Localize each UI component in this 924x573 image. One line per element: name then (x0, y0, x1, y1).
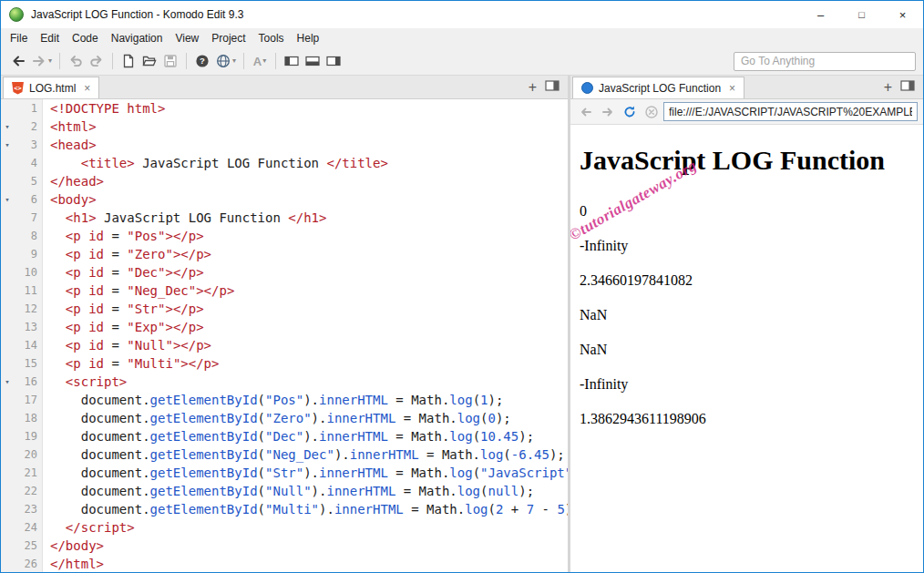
menu-item-project[interactable]: Project (205, 30, 252, 46)
code-text: <p id = "Dec"></p> (43, 263, 204, 281)
toggle-right-pane-button[interactable] (323, 50, 344, 72)
output-value: -Infinity (580, 376, 923, 393)
line-number: 23 (14, 500, 42, 518)
preview-tab-close-icon[interactable]: × (729, 82, 735, 95)
code-text: <p id = "Exp"></p> (43, 318, 204, 336)
new-file-icon (120, 53, 137, 69)
code-text: <script> (43, 373, 127, 391)
line-number: 16 (14, 373, 42, 391)
code-line: 25</body> (1, 537, 568, 555)
editor-tab-close-icon[interactable]: × (84, 82, 90, 95)
line-number: 14 (14, 336, 42, 354)
preview-in-browser-button[interactable]: ▾ (213, 50, 238, 72)
toggle-left-pane-button[interactable] (282, 50, 302, 72)
address-bar-input[interactable] (663, 102, 918, 121)
fold-spacer (1, 245, 14, 263)
save-button[interactable] (160, 50, 180, 72)
code-line: ▾2<html> (1, 118, 568, 136)
fold-spacer (1, 354, 14, 373)
browser-stop-button[interactable] (642, 102, 661, 121)
forward-button[interactable]: ▾ (29, 50, 54, 72)
fold-toggle-icon[interactable]: ▾ (1, 136, 14, 154)
browser-refresh-button[interactable] (620, 102, 639, 121)
gutter: 7 (1, 209, 43, 227)
menu-item-edit[interactable]: Edit (34, 30, 66, 46)
font-size-icon: A (253, 55, 262, 68)
gutter: 18 (1, 409, 43, 427)
app-window: JavaScript LOG Function - Komodo Edit 9.… (0, 0, 924, 573)
globe-icon (215, 53, 231, 69)
help-button[interactable]: ? (192, 50, 212, 72)
preview-new-tab-button[interactable]: + (884, 80, 892, 95)
code-text: document.getElementById("Neg_Dec").inner… (43, 445, 565, 464)
line-number: 11 (14, 281, 42, 300)
toolbar-separator (59, 53, 60, 69)
fold-toggle-icon[interactable]: ▾ (1, 190, 14, 209)
fold-toggle-icon[interactable]: ▾ (1, 118, 14, 136)
close-button[interactable]: × (882, 1, 923, 28)
fold-spacer (1, 391, 14, 409)
tab-log-html[interactable]: <> LOG.html × (3, 77, 99, 98)
back-arrow-icon (10, 53, 26, 69)
tab-browser-preview[interactable]: JavaScript LOG Function × (572, 77, 744, 98)
menu-item-help[interactable]: Help (291, 30, 326, 46)
undo-button[interactable] (66, 50, 86, 72)
editor-tab-label: LOG.html (29, 82, 76, 95)
new-file-button[interactable] (118, 50, 139, 72)
code-text: </html> (43, 555, 104, 572)
font-size-button[interactable]: A ▾ (250, 50, 270, 72)
code-line: 15 <p id = "Multi"></p> (1, 354, 568, 373)
code-line: 24 </script> (1, 518, 568, 537)
line-number: 26 (14, 555, 42, 572)
maximize-button[interactable]: □ (841, 1, 882, 28)
browser-toolbar (570, 99, 923, 125)
main-area: <> LOG.html × + 1<!DOCTYPE html>▾2<html>… (1, 76, 923, 572)
gutter: 12 (1, 300, 43, 318)
menu-item-navigation[interactable]: Navigation (105, 30, 169, 46)
new-tab-button[interactable]: + (529, 80, 537, 95)
code-text: document.getElementById("Pos").innerHTML… (43, 391, 503, 409)
line-number: 21 (14, 464, 42, 482)
fold-toggle-icon[interactable]: ▾ (1, 373, 14, 391)
toolbar-separator (243, 53, 244, 69)
code-text: <!DOCTYPE html> (43, 99, 165, 118)
code-text: <p id = "Zero"></p> (43, 245, 211, 263)
back-button[interactable] (8, 50, 28, 72)
browser-back-button[interactable] (576, 102, 595, 121)
fold-spacer (1, 300, 14, 318)
code-text: <p id = "Neg_Dec"></p> (43, 281, 234, 300)
goto-anything-input[interactable] (734, 52, 916, 71)
code-line: 26</html> (1, 555, 568, 572)
open-folder-icon (141, 53, 158, 69)
menu-item-view[interactable]: View (169, 30, 205, 46)
code-line: 23 document.getElementById("Multi").inne… (1, 500, 568, 518)
fold-spacer (1, 500, 14, 518)
stop-icon (644, 105, 659, 119)
redo-button[interactable] (87, 50, 107, 72)
svg-text:?: ? (200, 56, 205, 66)
toggle-bottom-pane-button[interactable] (303, 50, 323, 72)
minimize-button[interactable]: – (800, 1, 841, 28)
split-view-icon (900, 79, 915, 92)
output-value: 0 (580, 203, 923, 220)
line-number: 10 (14, 263, 42, 281)
redo-icon (88, 53, 105, 69)
browser-forward-icon (601, 105, 615, 119)
line-number: 22 (14, 482, 42, 500)
code-editor[interactable]: 1<!DOCTYPE html>▾2<html>▾3<head>4 <title… (1, 99, 568, 572)
code-line: 18 document.getElementById("Zero").inner… (1, 409, 568, 427)
preview-split-view-button[interactable] (900, 79, 915, 96)
browser-forward-button[interactable] (598, 102, 617, 121)
split-view-button[interactable] (545, 79, 560, 96)
menu-item-code[interactable]: Code (66, 30, 105, 46)
line-number: 3 (14, 136, 42, 154)
browser-dropdown-caret-icon: ▾ (232, 57, 236, 65)
menu-item-file[interactable]: File (4, 30, 34, 46)
code-text: <body> (43, 190, 97, 209)
code-line: 5</head> (1, 172, 568, 190)
open-file-button[interactable] (139, 50, 159, 72)
html-file-icon: <> (12, 82, 24, 95)
gutter: 14 (1, 336, 43, 354)
menu-item-tools[interactable]: Tools (252, 30, 291, 46)
line-number: 24 (14, 518, 42, 537)
